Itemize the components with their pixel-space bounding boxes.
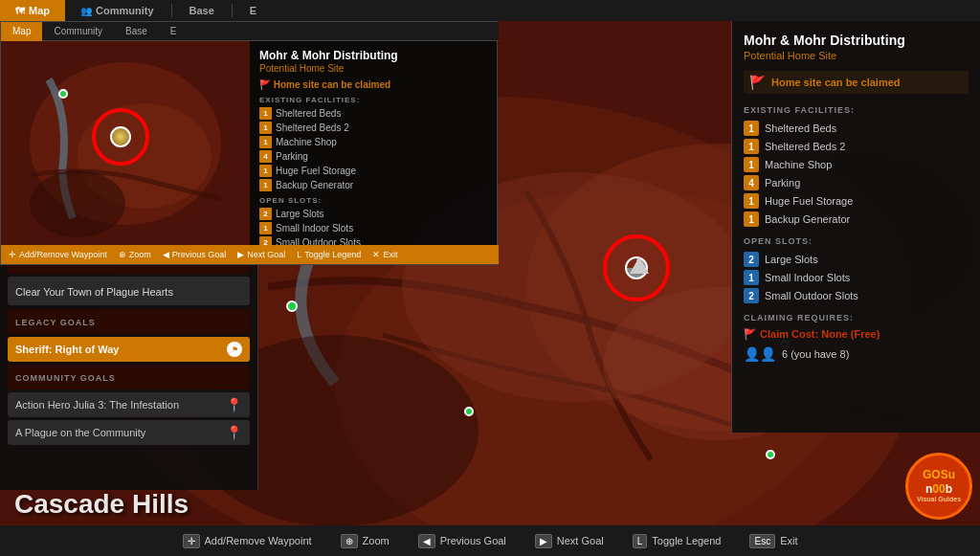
popup-facility-name-5: Backup Generator [276,180,353,190]
popup-facility-3: 4 Parking [259,150,487,163]
community-goals-section: COMMUNITY GOALS Action Hero Julia 3: The… [8,365,250,445]
popup-subtitle: Potential Home Site [259,63,487,74]
gosu-text-line1: GOSu [923,468,955,481]
popup-claim-notice: 🚩 Home site can be claimed [259,79,487,90]
flag-icon: 🚩 [749,75,766,90]
right-slot-2: 2 Small Outdoor Slots [744,288,969,303]
next-icon: ▶ [237,250,244,259]
popup-toolbar-prev[interactable]: ◀ Previous Goal [163,250,227,259]
map-label: Cascade Hills [14,489,189,520]
right-people-text: 6 (you have 8) [782,348,849,360]
next-label: Next Goal [557,535,604,546]
right-facility-name-3: Parking [765,177,800,189]
popup-count-3: 4 [259,150,272,163]
legacy-goal-item-0[interactable]: Sheriff: Right of Way ⚑ [8,337,250,362]
map-nav-icon: 🗺 [15,6,25,16]
legend-icon: L [297,250,301,259]
popup-nav-map[interactable]: Map [1,22,42,41]
right-slot-count-2: 2 [744,288,759,303]
nav-tab-e[interactable]: E [234,0,272,21]
legend-label: Toggle Legend [652,535,721,546]
popup-info: Mohr & Mohr Distributing Potential Home … [250,41,497,247]
legacy-goal-marker: ⚑ [227,342,242,357]
community-goal-item-0[interactable]: Action Hero Julia 3: The Infestation 📍 [8,392,250,417]
popup-top-bar: Map Community Base E [1,22,499,41]
right-panel: Mohr & Mohr Distributing Potential Home … [731,21,980,433]
community-goal-text-0: Action Hero Julia 3: The Infestation [15,399,179,411]
nav-tab-map[interactable]: 🗺 Map [0,0,65,21]
popup-slot-count-1: 1 [259,222,272,234]
waypoint-icon: ✛ [9,250,16,259]
popup-title: Mohr & Mohr Distributing [259,49,487,62]
popup-green-dot [58,89,68,99]
popup-open-slots-label: OPEN SLOTS: [259,196,487,205]
gosu-text-line3: Visual Guides [917,496,961,503]
exit-icon: ✕ [372,250,380,259]
map-marker-2[interactable] [766,450,775,459]
waypoint-key: ✛ [183,534,200,548]
right-panel-subtitle: Potential Home Site [744,50,969,61]
top-navigation: 🗺 Map 👥 Community Base E [0,0,980,21]
community-goals-header: COMMUNITY GOALS [8,365,250,389]
nav-tab-community[interactable]: 👥 Community [65,0,169,21]
right-facility-count-2: 1 [744,157,759,172]
popup-nav-e[interactable]: E [159,22,189,41]
right-slot-name-0: Large Slots [765,254,818,265]
popup-facility-2: 1 Machine Shop [259,136,487,148]
popup-existing-label: EXISTING FACILITIES: [259,96,487,104]
popup-facility-name-4: Huge Fuel Storage [276,166,356,176]
nav-separator-2 [232,4,233,17]
toolbar-waypoint[interactable]: ✛ Add/Remove Waypoint [183,534,312,548]
toolbar-exit[interactable]: Esc Exit [749,534,797,548]
popup-slot-1: 1 Small Indoor Slots [259,222,487,234]
toolbar-next-goal[interactable]: ▶ Next Goal [535,534,604,548]
popup-toolbar-legend[interactable]: L Toggle Legend [297,250,361,259]
popup-toolbar: ✛ Add/Remove Waypoint ⊕ Zoom ◀ Previous … [1,245,499,264]
next-key: ▶ [535,534,552,548]
prev-label: Previous Goal [440,535,506,546]
right-slot-count-0: 2 [744,252,759,267]
bottom-toolbar: ✛ Add/Remove Waypoint ⊕ Zoom ◀ Previous … [0,525,980,556]
popup-nav-community[interactable]: Community [42,22,114,41]
right-claiming-label: CLAIMING REQUIRES: [744,313,969,322]
toolbar-legend[interactable]: L Toggle Legend [633,534,722,548]
popup-toolbar-next[interactable]: ▶ Next Goal [237,250,285,259]
zoom-key: ⊕ [341,534,358,548]
popup-facility-5: 1 Backup Generator [259,179,487,191]
popup-mini-map[interactable] [1,41,250,247]
popup-facility-name-1: Sheltered Beds 2 [276,122,349,133]
popup-location-ring [92,108,149,166]
popup-facility-4: 1 Huge Fuel Storage [259,165,487,177]
community-goal-text-1: A Plague on the Community [15,427,145,438]
right-facility-name-2: Machine Shop [765,159,832,170]
popup-toolbar-waypoint[interactable]: ✛ Add/Remove Waypoint [9,250,107,259]
gosu-logo: GOSu n00b Visual Guides [905,453,972,520]
legend-key: L [633,534,648,548]
popup-facility-name-2: Machine Shop [276,137,337,147]
right-existing-label: EXISTING FACILITIES: [744,105,969,115]
map-green-marker[interactable] [286,300,298,312]
right-facility-0: 1 Sheltered Beds [744,121,969,136]
waypoint-label: Add/Remove Waypoint [205,535,312,546]
community-goal-item-1[interactable]: A Plague on the Community 📍 [8,420,250,445]
popup-count-5: 1 [259,179,272,191]
right-slot-name-2: Small Outdoor Slots [765,290,858,301]
right-facility-5: 1 Backup Generator [744,211,969,227]
right-facility-3: 4 Parking [744,175,969,190]
popup-toolbar-zoom[interactable]: ⊕ Zoom [119,250,151,259]
map-marker-1[interactable] [464,407,474,416]
right-claim-cost: 🚩 Claim Cost: None (Free) [744,328,880,341]
popup-slot-name-0: Large Slots [276,209,324,219]
nav-tab-base[interactable]: Base [174,0,230,21]
right-facility-1: 1 Sheltered Beds 2 [744,139,969,154]
popup-slot-count-0: 2 [259,208,272,220]
popup-nav-base[interactable]: Base [114,22,159,41]
primary-goal-box: Clear Your Town of Plague Hearts [8,277,250,305]
legacy-goal-text-0: Sheriff: Right of Way [15,344,119,355]
right-facility-name-1: Sheltered Beds 2 [765,141,845,152]
toolbar-zoom[interactable]: ⊕ Zoom [341,534,390,548]
popup-toolbar-exit[interactable]: ✕ Exit [372,250,397,259]
toolbar-prev-goal[interactable]: ◀ Previous Goal [418,534,506,548]
legacy-goals-title: LEGACY GOALS [15,318,242,327]
right-slot-0: 2 Large Slots [744,252,969,267]
